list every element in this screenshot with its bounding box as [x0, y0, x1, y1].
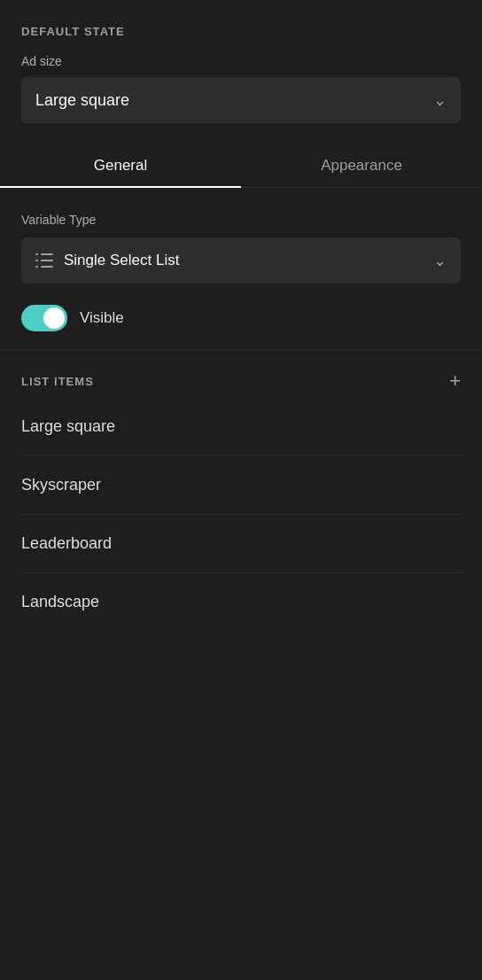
svg-rect-5	[35, 266, 38, 268]
list-item[interactable]: Leaderboard	[21, 515, 461, 573]
ad-size-value: Large square	[35, 91, 433, 110]
visible-row: Visible	[21, 305, 461, 331]
list-item-label: Leaderboard	[21, 534, 112, 552]
tab-appearance[interactable]: Appearance	[241, 141, 482, 187]
list-item[interactable]: Skyscraper	[21, 456, 461, 515]
list-item-label: Landscape	[21, 593, 99, 611]
chevron-down-icon: ⌄	[433, 90, 447, 110]
variable-type-label: Variable Type	[21, 213, 461, 227]
svg-rect-3	[35, 260, 38, 261]
list-item-label: Large square	[21, 417, 115, 435]
svg-rect-1	[35, 253, 38, 255]
visible-toggle[interactable]	[21, 305, 67, 331]
list-items-header: LIST ITEMS +	[21, 371, 461, 391]
visible-label: Visible	[80, 309, 124, 327]
chevron-down-icon: ⌄	[433, 251, 447, 270]
list-icon	[35, 253, 53, 268]
list-items-container: Large square Skyscraper Leaderboard Land…	[21, 398, 461, 631]
svg-rect-0	[41, 253, 53, 255]
tabs-container: General Appearance	[0, 141, 482, 188]
tab-general[interactable]: General	[0, 141, 241, 187]
default-state-title: DEFAULT STATE	[21, 25, 461, 38]
ad-size-label: Ad size	[21, 54, 461, 68]
toggle-knob	[43, 307, 65, 329]
variable-type-select[interactable]: Single Select List ⌄	[21, 237, 461, 284]
list-item-label: Skyscraper	[21, 476, 101, 494]
list-items-section: LIST ITEMS + Large square Skyscraper Lea…	[0, 350, 482, 631]
svg-rect-2	[41, 260, 53, 261]
list-item[interactable]: Landscape	[21, 573, 461, 631]
variable-type-value: Single Select List	[64, 252, 423, 269]
ad-size-select[interactable]: Large square ⌄	[21, 77, 461, 123]
list-item[interactable]: Large square	[21, 398, 461, 456]
svg-rect-4	[41, 266, 53, 268]
general-section: Variable Type Single Select List ⌄ Visib…	[0, 188, 482, 349]
add-list-item-button[interactable]: +	[449, 371, 461, 391]
default-state-section: DEFAULT STATE Ad size Large square ⌄	[0, 0, 482, 141]
list-items-title: LIST ITEMS	[21, 375, 94, 388]
